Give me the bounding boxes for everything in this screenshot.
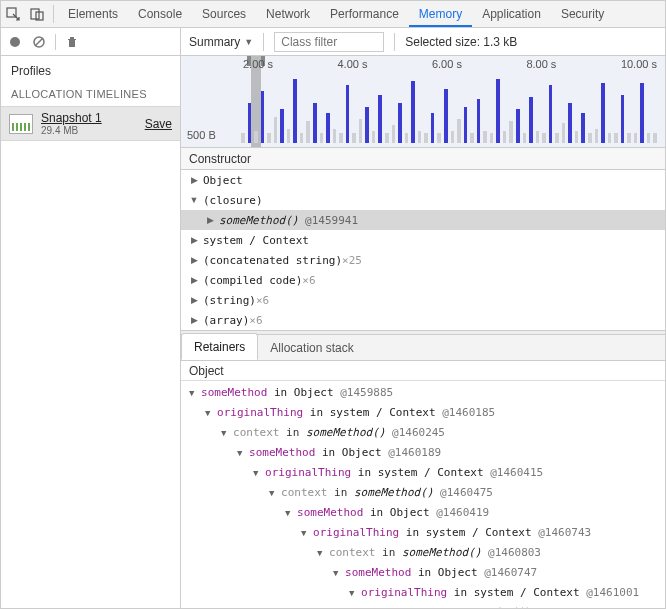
alloc-bar-minor <box>339 133 343 143</box>
retainer-row[interactable]: ▼ someMethod in Object @1460419 <box>181 503 665 523</box>
constructor-row[interactable]: ▼(closure) <box>181 190 665 210</box>
constructor-row[interactable]: ▶system / Context <box>181 230 665 250</box>
alloc-bar-minor <box>333 129 337 143</box>
allocation-timelines-heading: ALLOCATION TIMELINES <box>1 84 180 106</box>
retainer-row[interactable]: ▼ context in someMethod() @1461061 <box>181 603 665 608</box>
disclosure-triangle-icon[interactable]: ▼ <box>221 428 226 438</box>
tab-sources[interactable]: Sources <box>192 1 256 27</box>
disclosure-triangle-icon[interactable]: ▼ <box>317 548 322 558</box>
constructor-label: Object <box>203 174 243 187</box>
timeline-tick: 2.00 s <box>243 58 273 70</box>
device-toggle-icon[interactable] <box>25 1 49 27</box>
disclosure-triangle-icon[interactable]: ▶ <box>189 235 199 245</box>
disclosure-triangle-icon[interactable]: ▼ <box>301 528 306 538</box>
alloc-bar-minor <box>542 133 546 143</box>
alloc-bar-minor <box>523 133 527 143</box>
retainer-row[interactable]: ▼ originalThing in system / Context @146… <box>181 463 665 483</box>
disclosure-triangle-icon[interactable]: ▼ <box>237 448 242 458</box>
disclosure-triangle-icon[interactable]: ▼ <box>285 508 290 518</box>
disclosure-triangle-icon[interactable]: ▶ <box>205 215 215 225</box>
constructor-row[interactable]: ▶(string) ×6 <box>181 290 665 310</box>
allocation-timeline[interactable]: 2.00 s4.00 s6.00 s8.00 s10.00 s 500 B <box>181 56 665 148</box>
disclosure-triangle-icon[interactable]: ▼ <box>189 195 199 205</box>
alloc-bar-minor <box>359 119 363 143</box>
alloc-bar <box>431 113 435 143</box>
inspect-icon[interactable] <box>1 1 25 27</box>
constructor-column-header[interactable]: Constructor <box>181 148 665 170</box>
retainer-row[interactable]: ▼ context in someMethod() @1460475 <box>181 483 665 503</box>
tab-console[interactable]: Console <box>128 1 192 27</box>
record-icon[interactable] <box>7 34 23 50</box>
disclosure-triangle-icon[interactable]: ▶ <box>189 175 199 185</box>
tab-performance[interactable]: Performance <box>320 1 409 27</box>
retainer-row[interactable]: ▼ originalThing in system / Context @146… <box>181 403 665 423</box>
disclosure-triangle-icon[interactable]: ▶ <box>189 295 199 305</box>
tab-allocation-stack[interactable]: Allocation stack <box>258 335 365 360</box>
constructor-label: (closure) <box>203 194 263 207</box>
alloc-bar <box>378 95 382 143</box>
retainer-row[interactable]: ▼ context in someMethod() @1460245 <box>181 423 665 443</box>
alloc-bar-minor <box>509 121 513 143</box>
retainer-row[interactable]: ▼ originalThing in system / Context @146… <box>181 583 665 603</box>
constructor-list[interactable]: ▶Object▼(closure)▶someMethod() @1459941▶… <box>181 170 665 330</box>
snapshot-item[interactable]: Snapshot 1 29.4 MB Save <box>1 106 180 141</box>
retainer-row[interactable]: ▼ someMethod in Object @1459885 <box>181 383 665 403</box>
tab-memory[interactable]: Memory <box>409 1 472 27</box>
tab-elements[interactable]: Elements <box>58 1 128 27</box>
object-column-header[interactable]: Object <box>181 361 665 381</box>
constructor-row[interactable]: ▶Object <box>181 170 665 190</box>
clear-icon[interactable] <box>31 34 47 50</box>
constructor-label: system / Context <box>203 234 309 247</box>
constructor-label: (string) <box>203 294 256 307</box>
alloc-bar-minor <box>372 131 376 143</box>
instance-count: ×6 <box>302 274 315 287</box>
timeline-tick: 8.00 s <box>526 58 556 70</box>
delete-icon[interactable] <box>64 34 80 50</box>
tab-network[interactable]: Network <box>256 1 320 27</box>
alloc-bar-minor <box>437 133 441 143</box>
retainer-row[interactable]: ▼ context in someMethod() @1460803 <box>181 543 665 563</box>
disclosure-triangle-icon[interactable]: ▼ <box>269 488 274 498</box>
alloc-bar-minor <box>503 131 507 143</box>
disclosure-triangle-icon[interactable]: ▶ <box>189 275 199 285</box>
disclosure-triangle-icon[interactable]: ▶ <box>189 315 199 325</box>
alloc-bar <box>529 97 533 143</box>
disclosure-triangle-icon[interactable]: ▶ <box>189 255 199 265</box>
disclosure-triangle-icon[interactable]: ▼ <box>349 588 354 598</box>
class-filter-input[interactable] <box>274 32 384 52</box>
alloc-bar-minor <box>647 133 651 143</box>
alloc-bar-minor <box>267 133 271 143</box>
tab-security[interactable]: Security <box>551 1 614 27</box>
alloc-bar-minor <box>300 133 304 143</box>
snapshot-save-link[interactable]: Save <box>145 117 172 131</box>
retainer-row[interactable]: ▼ someMethod in Object @1460189 <box>181 443 665 463</box>
view-mode-dropdown[interactable]: Summary ▼ <box>189 35 253 49</box>
alloc-bar <box>516 109 520 143</box>
summary-toolbar: Summary ▼ Selected size: 1.3 kB <box>181 28 665 56</box>
constructor-row[interactable]: ▶(concatenated string) ×25 <box>181 250 665 270</box>
constructor-row[interactable]: ▶someMethod() @1459941 <box>181 210 665 230</box>
retainers-tree[interactable]: ▼ someMethod in Object @1459885▼ origina… <box>181 381 665 608</box>
tab-retainers[interactable]: Retainers <box>181 333 258 360</box>
profiles-heading: Profiles <box>1 56 180 84</box>
tab-application[interactable]: Application <box>472 1 551 27</box>
alloc-bar-minor <box>536 131 540 143</box>
alloc-bar <box>280 109 284 143</box>
disclosure-triangle-icon[interactable]: ▼ <box>333 568 338 578</box>
profiles-sidebar: Profiles ALLOCATION TIMELINES Snapshot 1… <box>1 28 181 608</box>
constructor-row[interactable]: ▶(array) ×6 <box>181 310 665 330</box>
alloc-bar <box>261 91 265 143</box>
alloc-bar-minor <box>653 133 657 143</box>
disclosure-triangle-icon[interactable]: ▼ <box>205 408 210 418</box>
disclosure-triangle-icon[interactable]: ▼ <box>189 388 194 398</box>
disclosure-triangle-icon[interactable]: ▼ <box>253 468 258 478</box>
retainer-row[interactable]: ▼ someMethod in Object @1460747 <box>181 563 665 583</box>
alloc-bar-minor <box>634 133 638 143</box>
constructor-row[interactable]: ▶(compiled code) ×6 <box>181 270 665 290</box>
timeline-tick: 4.00 s <box>337 58 367 70</box>
alloc-bar <box>313 103 317 143</box>
svg-line-5 <box>35 38 43 46</box>
constructor-label: (compiled code) <box>203 274 302 287</box>
retainer-row[interactable]: ▼ originalThing in system / Context @146… <box>181 523 665 543</box>
alloc-bar <box>621 95 625 143</box>
